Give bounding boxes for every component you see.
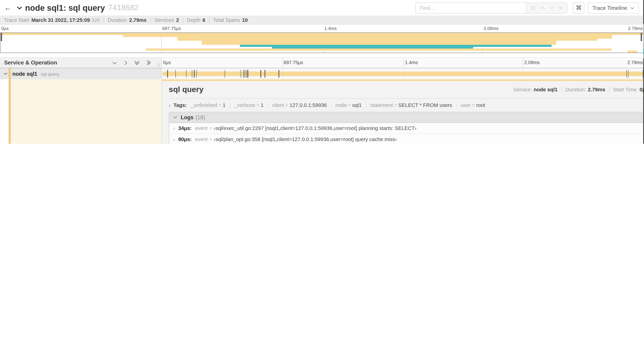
expand-all-icon[interactable] <box>146 60 152 66</box>
locate-icon[interactable] <box>530 5 536 11</box>
tag-item: _unfinished=1 <box>191 102 226 108</box>
separator <box>456 103 457 108</box>
trace-view-dropdown-label: Trace Timeline <box>592 5 627 11</box>
command-icon: ⌘ <box>576 4 582 12</box>
ruler-tick-label: 697.75μs <box>284 60 303 65</box>
logs-title: Logs <box>181 114 194 121</box>
collapse-trace-chevron-icon[interactable] <box>16 5 23 11</box>
trace-meta-item: Services2 <box>154 17 179 23</box>
log-marker <box>167 70 168 78</box>
log-row[interactable]: ›80μs:event=‹sql/plan_opt.go:358 [nsql1,… <box>169 134 644 144</box>
span-row-name-cell[interactable]: node sql1 sql query <box>0 68 162 79</box>
minimap-right-handle[interactable] <box>641 33 642 41</box>
detail-meta-label: Service: <box>514 87 532 93</box>
separator <box>209 18 210 23</box>
trace-view-dropdown[interactable]: Trace Timeline <box>588 2 639 13</box>
log-event-key: event <box>195 125 208 131</box>
detail-meta-label: Duration: <box>566 87 586 93</box>
separator <box>183 18 183 23</box>
log-marker <box>247 70 248 78</box>
collapse-controls <box>112 60 152 66</box>
trace-meta: Trace StartMarch 31 2022, 17:25:09.326Du… <box>0 16 644 25</box>
collapse-all-icon[interactable] <box>134 60 140 66</box>
trace-id: 7418682 <box>108 3 138 12</box>
timeline-header: Service & Operation 0μs697.75μs1.4ms2.09… <box>0 57 644 68</box>
tag-key: _verbose <box>234 102 255 108</box>
row-collapse-caret-icon[interactable] <box>3 72 8 76</box>
column-resizer-handle[interactable] <box>158 63 160 67</box>
log-timestamp: 34μs: <box>178 125 192 131</box>
grid-line <box>404 58 404 68</box>
grid-line <box>523 58 523 68</box>
meta-value: March 31 2022, 17:25:09 <box>31 17 90 23</box>
ruler-tick-label: 0μs <box>163 60 171 65</box>
minimap-canvas[interactable] <box>0 33 644 53</box>
minimap-span-bar <box>177 37 612 39</box>
ruler-tick-label: 1.4ms <box>324 26 337 31</box>
tag-key: user <box>461 102 471 108</box>
tags-row[interactable]: › Tags: _unfinished=1_verbose=1client=12… <box>169 102 644 108</box>
minimap-left-handle[interactable] <box>1 33 2 41</box>
span-operation-name: sql query <box>41 71 60 76</box>
tag-value: SELECT * FROM users <box>398 102 452 108</box>
tag-item: client=127.0.0.1:59936 <box>272 102 327 108</box>
tag-value: root <box>476 102 485 108</box>
minimap-gap <box>0 53 644 57</box>
chevron-down-icon <box>630 6 634 10</box>
ruler-tick-label: 2.09ms <box>524 60 540 65</box>
log-marker <box>248 70 248 78</box>
timeline-ruler: 0μs697.75μs1.4ms2.09ms2.79ms <box>162 58 644 68</box>
page-header: ← node sql1: sql query 7418682 <box>0 0 644 16</box>
tag-equals: = <box>256 102 259 108</box>
tag-key: statement <box>370 102 393 108</box>
tag-item: user=root <box>461 102 485 108</box>
log-row[interactable]: ›34μs:event=‹sql/exec_util.go:2297 [nsql… <box>169 123 644 134</box>
separator <box>366 103 366 108</box>
log-marker <box>260 70 261 78</box>
log-marker <box>175 70 176 78</box>
chevron-right-icon: › <box>169 103 170 108</box>
tag-equals: = <box>472 102 475 108</box>
minimap-ruler: 0μs697.75μs1.4ms2.09ms2.79ms <box>0 25 644 33</box>
expand-one-level-icon[interactable] <box>123 60 128 66</box>
meta-label: Depth <box>187 17 200 23</box>
prev-match-icon[interactable] <box>540 5 545 10</box>
minimap-span-bar <box>146 49 612 51</box>
tags-label: Tags: <box>174 102 187 108</box>
separator <box>104 18 104 23</box>
meta-label: Total Spans <box>213 17 240 23</box>
ruler-tick-label: 1.4ms <box>405 60 418 65</box>
tag-equals: = <box>218 102 221 108</box>
collapse-one-level-icon[interactable] <box>112 60 117 66</box>
minimap-span-bar <box>240 45 552 47</box>
logs-header[interactable]: Logs (18) <box>169 112 644 123</box>
tag-value: 1 <box>223 102 226 108</box>
separator <box>230 103 230 108</box>
meta-value: 2 <box>176 17 179 23</box>
logs-block: Logs (18) ›34μs:event=‹sql/exec_util.go:… <box>169 112 644 144</box>
trace-meta-item: Trace StartMarch 31 2022, 17:25:09.326 <box>4 17 100 23</box>
span-detail-header: sql query Service:node sql1Duration:2.79… <box>169 79 644 94</box>
log-marker <box>246 70 246 78</box>
clear-search-icon[interactable] <box>558 6 563 10</box>
back-arrow-icon[interactable]: ← <box>4 4 13 12</box>
separator <box>150 18 150 23</box>
chevron-right-icon: › <box>173 126 175 131</box>
span-tint-background <box>10 79 161 144</box>
logs-count: (18) <box>196 114 205 121</box>
keyboard-shortcuts-button[interactable]: ⌘ <box>573 2 584 13</box>
service-operation-label: Service & Operation <box>4 60 57 66</box>
span-row-track[interactable] <box>162 68 644 79</box>
span-detail-left-gutter <box>0 79 162 144</box>
span-duration-bar[interactable] <box>162 72 643 76</box>
log-marker <box>186 70 186 78</box>
trace-page: ← node sql1: sql query 7418682 <box>0 0 644 144</box>
minimap-span-bar <box>202 41 556 43</box>
find-input[interactable] <box>416 3 526 13</box>
next-match-icon[interactable] <box>549 5 554 10</box>
detail-meta-value: node sql1 <box>534 87 558 93</box>
meta-label: Duration <box>108 17 127 23</box>
log-marker <box>626 70 627 78</box>
tag-value: 1 <box>261 102 264 108</box>
service-operation-header: Service & Operation <box>0 58 162 68</box>
